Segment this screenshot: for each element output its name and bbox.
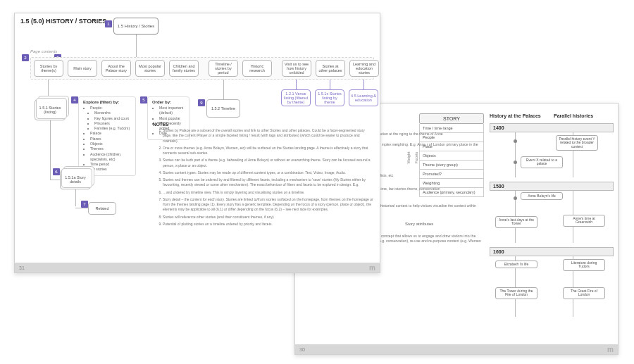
- event-box: Elizabeth I's life: [495, 261, 537, 269]
- tab[interactable]: Most popular stories: [135, 60, 165, 77]
- connector: [363, 80, 364, 89]
- timeline-column: History at the Palaces Parallel historie…: [490, 113, 614, 340]
- note-item: Stories and themes can be ordered by and…: [163, 177, 374, 188]
- tabs-row: Stories by theme(s) Main story About the…: [30, 57, 374, 80]
- slide-1: 1.5 (5.0) HISTORY / STORIES 1 1.5 Histor…: [14, 13, 380, 273]
- tab[interactable]: Timeline / stories by period: [209, 60, 238, 77]
- note-item: …and ordered by timeline view. This is s…: [163, 190, 374, 195]
- explore-item: Key figures and court: [94, 116, 131, 121]
- orderby-item: Most important (default): [159, 106, 185, 116]
- explore-item: Families (e.g. Tudors): [94, 126, 131, 131]
- tab[interactable]: Stories by theme(s): [34, 60, 63, 77]
- connector: [75, 208, 88, 208]
- sub-node[interactable]: 1.2.1 Venue listing (filtered by theme): [281, 89, 311, 106]
- slide2-footer: 30 m: [295, 344, 618, 354]
- node-related[interactable]: Related: [88, 202, 116, 215]
- connector: [223, 80, 224, 99]
- explore-heading: Explore (filter) by:: [83, 100, 131, 104]
- badge-5: 5: [140, 96, 147, 103]
- logo-icon: m: [607, 346, 614, 353]
- event-box: Literature during Tudors: [563, 259, 605, 271]
- orderby-heading: Order by:: [152, 100, 185, 104]
- slide2-page-number: 30: [299, 347, 305, 352]
- timeline-1500: Anne Boleyn's life Anne's last days at t…: [490, 191, 614, 243]
- explore-item: Audience (children, specialists, etc): [90, 152, 131, 163]
- col-header-parallel: Parallel histories: [554, 113, 614, 119]
- note-item: Stories by Palace are a subset of the ov…: [163, 128, 374, 144]
- explore-item: Palace: [90, 131, 131, 136]
- tab[interactable]: About the Palace story: [101, 60, 131, 77]
- explore-item: Themes: [90, 146, 131, 151]
- node-timeline[interactable]: 1.5.2 Timeline: [206, 99, 240, 118]
- explore-item: Prisoners: [94, 121, 131, 126]
- explore-item: My stories: [90, 167, 131, 172]
- event-box: Anne Boleyn's life: [521, 192, 563, 201]
- badge-2: 2: [22, 54, 29, 61]
- event-box: Anne's last days at the Tower: [495, 216, 537, 228]
- explore-item: People:: [90, 106, 131, 111]
- event-box: Anne's time at Greenwich: [563, 215, 605, 227]
- tab[interactable]: Visit us to see how history unfolded: [282, 60, 311, 77]
- tab[interactable]: Historic research: [242, 60, 272, 77]
- page-contents-label: Page contents: [30, 49, 57, 54]
- note-item: Stories will reference other stories (an…: [163, 215, 374, 220]
- connector: [296, 80, 297, 89]
- connector: [50, 180, 60, 180]
- event-box: The Tower during the Fire of London: [495, 287, 537, 299]
- note-item: One or more themes (e.g. Anne Boleyn, Wo…: [163, 146, 374, 156]
- tab[interactable]: Main story: [68, 60, 97, 77]
- explore-panel: Explore (filter) by: People: Monarchs Ke…: [78, 96, 136, 176]
- notes-section: NOTES Stories by Palace are a subset of …: [153, 119, 374, 258]
- event-box: The Great Fire of London: [563, 287, 605, 299]
- timeline-1400: Parallel history event Y related to the …: [490, 132, 614, 177]
- era-1500: 1500: [490, 182, 614, 191]
- badge-4: 4: [71, 96, 78, 103]
- explore-item: Monarchs: [94, 111, 131, 115]
- title-node: 1.5 History / Stories: [113, 18, 158, 34]
- explore-item: Objects: [90, 142, 131, 146]
- page-title: 1.5 (5.0) HISTORY / STORIES: [20, 18, 106, 25]
- tab[interactable]: Stories at other palaces: [316, 60, 345, 77]
- explore-item: Places: [90, 137, 131, 142]
- slide1-footer: 31 m: [15, 263, 380, 272]
- timeline-1600: Elizabeth I's life Literature during Tud…: [490, 256, 614, 317]
- explore-item: Time period: [90, 162, 131, 167]
- note-item: Story detail – the content for each stor…: [163, 197, 374, 213]
- event-box: Event X related to a palace: [521, 156, 563, 168]
- col-header-history: History at the Palaces: [490, 113, 549, 119]
- node-stories-listing[interactable]: 1.5.1 Stories (listing): [35, 99, 66, 120]
- era-1600: 1600: [490, 247, 614, 256]
- event-box: Parallel history event Y related to the …: [556, 135, 598, 151]
- note-item: Stories content types: Stories may be ma…: [163, 170, 374, 175]
- logo-icon: m: [369, 264, 375, 272]
- sub-node[interactable]: 4.5 Learning & education: [349, 89, 378, 106]
- connector: [75, 189, 76, 206]
- tab[interactable]: Learning and education stories: [349, 60, 379, 77]
- era-1400: 1400: [490, 123, 614, 132]
- connector: [50, 120, 51, 180]
- note-item: Stories can be both part of a theme (e.g…: [163, 158, 374, 168]
- note-item: Potential of plotting stories on a timel…: [163, 222, 374, 227]
- badge-7: 7: [81, 201, 88, 208]
- sub-node[interactable]: 1.5.1c Stories listing by theme: [315, 89, 344, 106]
- badge-9: 9: [198, 99, 205, 106]
- badge-1: 1: [105, 20, 112, 27]
- badge-6: 6: [53, 168, 60, 175]
- notes-heading: NOTES: [153, 122, 374, 127]
- connector: [330, 80, 330, 89]
- connector: [136, 34, 137, 57]
- slide1-page-number: 31: [19, 265, 25, 270]
- node-story-details[interactable]: 1.5.1a Story details: [60, 170, 91, 189]
- tab[interactable]: Children and family stories: [169, 60, 199, 77]
